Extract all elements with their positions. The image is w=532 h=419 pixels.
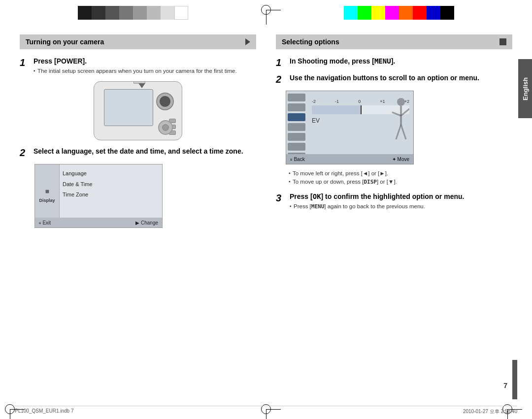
menu-footer-left: ≡ Exit	[39, 220, 51, 226]
footer-left: PL100_QSM_EUR1.indb 7	[15, 408, 74, 415]
left-step-1-bullet: The intial setup screen appears when you…	[33, 67, 256, 75]
svg-point-0	[397, 98, 405, 106]
silhouette-figure	[382, 95, 409, 149]
swatch-blue	[427, 6, 440, 20]
right-step-3-content: Press [OK] to confirm the highlighted op…	[290, 193, 512, 211]
ev-screen-footer: ≡ Back ✦ Move	[286, 154, 413, 164]
menu-screen-container: ⊞ Display Language Date & Time Time Zone…	[30, 164, 256, 228]
left-section-title: Turning on your camera	[26, 38, 104, 46]
right-step-2-bullet-2: To move up or down, press [DISP] or [▼].	[289, 178, 512, 187]
menu-item-datetime: Date & Time	[61, 179, 159, 190]
ev-icon-5	[288, 133, 305, 141]
swatch-light-gray	[133, 6, 147, 20]
power-indicator-arrow	[138, 83, 145, 88]
ev-screen: -2 -1 0 +1 +2 EV	[286, 91, 414, 164]
ev-icon-4	[288, 123, 305, 131]
color-swatches	[266, 0, 532, 26]
swatch-green	[358, 6, 371, 20]
camera-illustration	[20, 81, 256, 140]
right-step-2-content: Use the navigation buttons to scroll to …	[290, 74, 512, 84]
page-number-bar	[512, 360, 517, 399]
grayscale-swatches	[0, 0, 266, 26]
menu-exit-label: Exit	[42, 220, 51, 226]
menu-icon: ≡	[39, 221, 41, 226]
ev-screen-container: -2 -1 0 +1 +2 EV	[286, 91, 512, 164]
menu-content: Language Date & Time Time Zone	[61, 168, 159, 200]
ev-label-minus1: -1	[335, 99, 339, 104]
display-label: Display	[39, 198, 55, 203]
left-step-1-content: Press [POWER]. The intial setup screen a…	[33, 57, 256, 75]
swatch-lighter-gray	[147, 6, 161, 20]
ev-back-text: Back	[294, 157, 304, 162]
footer: PL100_QSM_EUR1.indb 7 2010-01-27 오후 2:58…	[15, 406, 517, 415]
ev-icon-2	[288, 103, 305, 111]
ev-label-0: 0	[358, 99, 361, 104]
right-step-1-title: In Shooting mode, press [MENU].	[290, 57, 512, 65]
left-step-1-number: 1	[20, 57, 31, 68]
swatch-mid-gray	[119, 6, 133, 20]
ev-main: -2 -1 0 +1 +2 EV	[308, 91, 413, 164]
footer-right: 2010-01-27 오후 2:58:40	[463, 408, 517, 415]
page-content: Turning on your camera 1 Press [POWER]. …	[15, 34, 517, 394]
menu-move-icon: ▶	[135, 220, 139, 226]
swatch-dark-gray	[92, 6, 105, 20]
ev-icon-6	[288, 143, 305, 151]
swatch-orange	[399, 6, 413, 20]
right-step-1-number: 1	[276, 57, 287, 68]
page-number: 7	[503, 382, 507, 389]
camera-body	[94, 81, 182, 140]
menu-screen: ⊞ Display Language Date & Time Time Zone…	[34, 164, 163, 228]
ev-bar-fill	[312, 105, 361, 114]
menu-item-timezone: Time Zone	[61, 190, 159, 200]
left-step-2-content: Select a language, set the date and time…	[33, 147, 256, 157]
swatch-black2	[440, 6, 454, 20]
swatch-pale-gray	[161, 6, 174, 20]
right-step-3-bullet: Press [MENU] again to go back to the pre…	[290, 202, 512, 211]
left-step-1: 1 Press [POWER]. The intial setup screen…	[20, 57, 256, 75]
right-section-header: Selecting options	[276, 34, 512, 49]
camera-lens-inner	[160, 96, 170, 107]
right-step-2-title: Use the navigation buttons to scroll to …	[290, 74, 512, 82]
swatch-red	[413, 6, 427, 20]
svg-line-5	[401, 125, 406, 139]
left-step-2-number: 2	[20, 147, 31, 158]
swatch-gray	[105, 6, 119, 20]
left-section-header: Turning on your camera	[20, 34, 256, 49]
color-swatch-group	[344, 6, 454, 20]
right-step-3-number: 3	[276, 193, 287, 203]
ev-icon-3-highlighted	[288, 113, 305, 121]
menu-change-label: Change	[141, 220, 158, 226]
ev-move-text: Move	[398, 157, 409, 162]
right-step-2-bullet-1: To move left or right, press [◄] or [►].	[289, 169, 512, 178]
svg-line-2	[392, 112, 401, 116]
swatch-black	[78, 6, 92, 20]
camera-screen	[104, 89, 153, 126]
swatch-magenta	[385, 6, 399, 20]
right-step-3-title: Press [OK] to confirm the highlighted op…	[290, 193, 512, 200]
left-step-1-title: Press [POWER].	[33, 57, 256, 65]
ev-move-label: ✦ Move	[392, 157, 409, 162]
right-section-title: Selecting options	[282, 38, 339, 46]
ev-sidebar	[286, 91, 307, 164]
display-icon-label: ⊞	[45, 189, 49, 194]
swatch-yellow	[371, 6, 385, 20]
right-step-2-number: 2	[276, 74, 287, 85]
swatch-white	[174, 6, 188, 20]
left-step-2-title: Select a language, set the date and time…	[33, 147, 256, 155]
arrow-right-icon	[245, 38, 250, 45]
square-icon	[499, 38, 506, 45]
grayscale-swatch-group	[78, 6, 188, 20]
language-label: English	[522, 77, 529, 100]
nav-icon: ✦	[392, 157, 396, 162]
english-tab: English	[518, 59, 532, 118]
right-step-1: 1 In Shooting mode, press [MENU].	[276, 57, 512, 68]
ev-back-label: ≡ Back	[290, 157, 305, 162]
nav-wheel-center	[162, 124, 169, 131]
menu-footer: ≡ Exit ▶ Change	[35, 218, 162, 227]
right-step-1-content: In Shooting mode, press [MENU].	[290, 57, 512, 67]
camera-lens	[156, 93, 174, 110]
ev-label-minus2: -2	[312, 99, 316, 104]
svg-line-3	[401, 109, 409, 116]
menu-item-language: Language	[61, 168, 159, 179]
swatch-cyan	[344, 6, 358, 20]
